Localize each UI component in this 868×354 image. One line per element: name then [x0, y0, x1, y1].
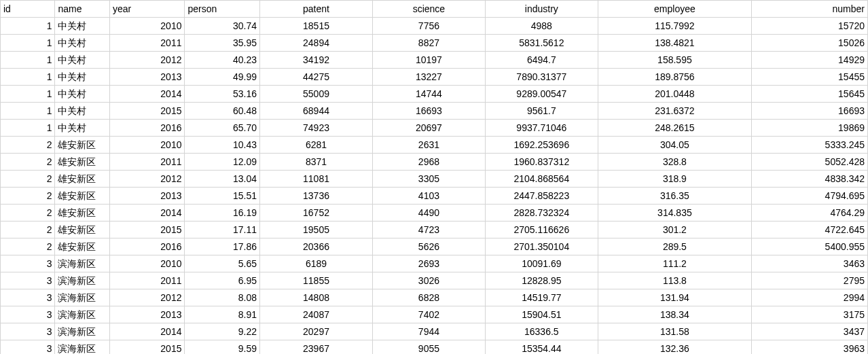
- table-row[interactable]: 3滨海新区20149.2220297794416336.5131.583437: [1, 323, 868, 340]
- cell-science[interactable]: 8827: [372, 35, 485, 52]
- cell-patent[interactable]: 13736: [260, 188, 373, 205]
- cell-year[interactable]: 2010: [109, 18, 185, 35]
- cell-year[interactable]: 2016: [109, 238, 185, 255]
- cell-year[interactable]: 2010: [109, 255, 185, 272]
- cell-number[interactable]: 3963: [752, 340, 868, 355]
- table-row[interactable]: 2雄安新区201416.191675244902828.732324314.83…: [1, 205, 868, 222]
- cell-number[interactable]: 4722.645: [752, 222, 868, 238]
- cell-employee[interactable]: 289.5: [598, 238, 751, 255]
- cell-employee[interactable]: 231.6372: [598, 103, 751, 120]
- header-person[interactable]: person: [185, 1, 260, 18]
- cell-employee[interactable]: 314.835: [598, 205, 751, 222]
- cell-year[interactable]: 2011: [109, 35, 185, 52]
- cell-year[interactable]: 2013: [109, 306, 185, 323]
- cell-employee[interactable]: 131.94: [598, 289, 751, 306]
- cell-number[interactable]: 16693: [752, 103, 868, 120]
- cell-industry[interactable]: 16336.5: [485, 323, 598, 340]
- cell-employee[interactable]: 328.8: [598, 154, 751, 171]
- cell-industry[interactable]: 2701.350104: [485, 238, 598, 255]
- cell-industry[interactable]: 7890.31377: [485, 69, 598, 86]
- cell-name[interactable]: 中关村: [55, 35, 109, 52]
- cell-year[interactable]: 2012: [109, 171, 185, 188]
- cell-patent[interactable]: 19505: [260, 222, 373, 238]
- cell-person[interactable]: 9.59: [185, 340, 260, 355]
- cell-id[interactable]: 2: [1, 188, 55, 205]
- cell-id[interactable]: 2: [1, 171, 55, 188]
- cell-industry[interactable]: 12828.95: [485, 272, 598, 289]
- cell-employee[interactable]: 111.2: [598, 255, 751, 272]
- cell-science[interactable]: 7944: [372, 323, 485, 340]
- cell-science[interactable]: 4723: [372, 222, 485, 238]
- cell-patent[interactable]: 14808: [260, 289, 373, 306]
- cell-industry[interactable]: 10091.69: [485, 255, 598, 272]
- cell-name[interactable]: 雄安新区: [55, 222, 109, 238]
- cell-science[interactable]: 20697: [372, 120, 485, 137]
- header-industry[interactable]: industry: [485, 1, 598, 18]
- cell-science[interactable]: 3026: [372, 272, 485, 289]
- cell-year[interactable]: 2012: [109, 52, 185, 69]
- cell-name[interactable]: 雄安新区: [55, 154, 109, 171]
- cell-person[interactable]: 17.86: [185, 238, 260, 255]
- cell-person[interactable]: 35.95: [185, 35, 260, 52]
- cell-number[interactable]: 15720: [752, 18, 868, 35]
- cell-year[interactable]: 2013: [109, 188, 185, 205]
- cell-id[interactable]: 3: [1, 289, 55, 306]
- cell-name[interactable]: 滨海新区: [55, 255, 109, 272]
- cell-science[interactable]: 7402: [372, 306, 485, 323]
- cell-industry[interactable]: 2104.868564: [485, 171, 598, 188]
- table-row[interactable]: 2雄安新区201010.43628126311692.253696304.055…: [1, 137, 868, 154]
- cell-employee[interactable]: 304.05: [598, 137, 751, 154]
- cell-patent[interactable]: 74923: [260, 120, 373, 137]
- cell-year[interactable]: 2013: [109, 69, 185, 86]
- cell-industry[interactable]: 2705.116626: [485, 222, 598, 238]
- cell-person[interactable]: 8.91: [185, 306, 260, 323]
- cell-name[interactable]: 中关村: [55, 52, 109, 69]
- cell-science[interactable]: 16693: [372, 103, 485, 120]
- cell-year[interactable]: 2014: [109, 205, 185, 222]
- table-row[interactable]: 1中关村201665.7074923206979937.71046248.261…: [1, 120, 868, 137]
- cell-patent[interactable]: 11081: [260, 171, 373, 188]
- cell-patent[interactable]: 24894: [260, 35, 373, 52]
- cell-science[interactable]: 5626: [372, 238, 485, 255]
- cell-year[interactable]: 2014: [109, 323, 185, 340]
- cell-person[interactable]: 9.22: [185, 323, 260, 340]
- cell-name[interactable]: 滨海新区: [55, 272, 109, 289]
- cell-patent[interactable]: 20297: [260, 323, 373, 340]
- header-id[interactable]: id: [1, 1, 55, 18]
- cell-person[interactable]: 17.11: [185, 222, 260, 238]
- cell-number[interactable]: 2994: [752, 289, 868, 306]
- cell-name[interactable]: 滨海新区: [55, 289, 109, 306]
- header-name[interactable]: name: [55, 1, 109, 18]
- cell-science[interactable]: 13227: [372, 69, 485, 86]
- cell-number[interactable]: 5333.245: [752, 137, 868, 154]
- cell-science[interactable]: 3305: [372, 171, 485, 188]
- cell-science[interactable]: 2968: [372, 154, 485, 171]
- cell-number[interactable]: 4838.342: [752, 171, 868, 188]
- cell-person[interactable]: 15.51: [185, 188, 260, 205]
- header-patent[interactable]: patent: [260, 1, 373, 18]
- cell-number[interactable]: 4764.29: [752, 205, 868, 222]
- cell-industry[interactable]: 9561.7: [485, 103, 598, 120]
- cell-industry[interactable]: 6494.7: [485, 52, 598, 69]
- table-row[interactable]: 1中关村201560.4868944166939561.7231.6372166…: [1, 103, 868, 120]
- cell-employee[interactable]: 132.36: [598, 340, 751, 355]
- cell-id[interactable]: 1: [1, 69, 55, 86]
- cell-number[interactable]: 15645: [752, 86, 868, 103]
- cell-science[interactable]: 4490: [372, 205, 485, 222]
- cell-id[interactable]: 1: [1, 86, 55, 103]
- cell-year[interactable]: 2016: [109, 120, 185, 137]
- cell-id[interactable]: 1: [1, 52, 55, 69]
- table-row[interactable]: 1中关村201349.9944275132277890.31377189.875…: [1, 69, 868, 86]
- cell-industry[interactable]: 5831.5612: [485, 35, 598, 52]
- table-row[interactable]: 2雄安新区201517.111950547232705.116626301.24…: [1, 222, 868, 238]
- cell-science[interactable]: 4103: [372, 188, 485, 205]
- cell-name[interactable]: 中关村: [55, 86, 109, 103]
- cell-id[interactable]: 3: [1, 340, 55, 355]
- cell-employee[interactable]: 301.2: [598, 222, 751, 238]
- cell-science[interactable]: 7756: [372, 18, 485, 35]
- cell-name[interactable]: 中关村: [55, 120, 109, 137]
- cell-patent[interactable]: 34192: [260, 52, 373, 69]
- cell-industry[interactable]: 15904.51: [485, 306, 598, 323]
- cell-employee[interactable]: 138.34: [598, 306, 751, 323]
- cell-person[interactable]: 13.04: [185, 171, 260, 188]
